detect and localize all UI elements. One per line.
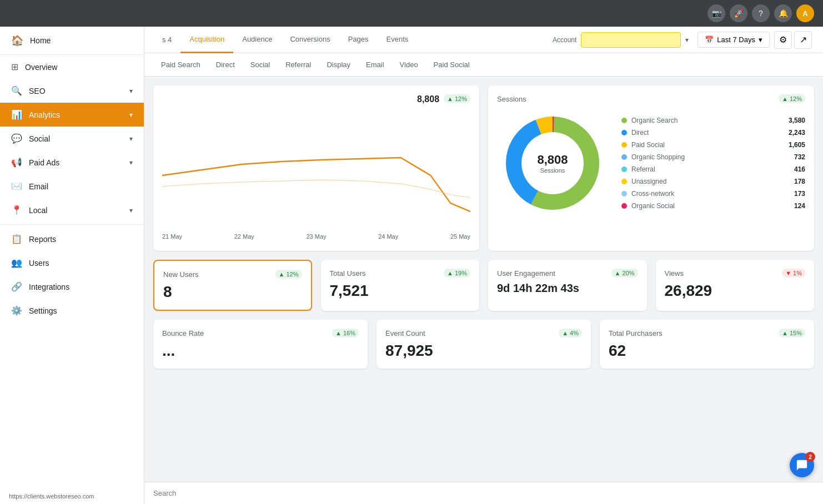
metrics-grid-top: New Users ▲ 12% 8 Total Users ▲ 19% 7,52… (153, 260, 814, 311)
rocket-icon[interactable]: 🚀 (730, 4, 747, 22)
sidebar-item-settings[interactable]: ⚙️ Settings (0, 299, 144, 322)
legend-label: Cross-network (631, 190, 794, 198)
camera-icon[interactable]: 📷 (707, 4, 725, 22)
metric-title: Views (665, 269, 684, 278)
sidebar-item-users[interactable]: 👥 Users (0, 251, 144, 275)
date-range-label: Last 7 Days (717, 36, 755, 44)
date-label: 22 May (234, 233, 254, 240)
chat-bubble-button[interactable]: 2 (790, 453, 814, 477)
sidebar-item-overview[interactable]: ⊞ Overview (0, 55, 144, 79)
metric-title: Event Count (385, 329, 425, 337)
legend-label: Direct (631, 129, 789, 137)
metric-header: Total Purchasers ▲ 15% (609, 329, 805, 337)
donut-center: 8,808 Sessions (537, 153, 568, 174)
metric-card-new-users: New Users ▲ 12% 8 (153, 260, 312, 311)
legend-item-organic-shopping: Organic Shopping 732 (621, 151, 805, 163)
share-button[interactable]: ↗ (794, 31, 812, 49)
email-icon: ✉️ (11, 181, 22, 191)
metric-header: Bounce Rate ▲ 16% (162, 329, 359, 337)
legend-value: 3,580 (789, 117, 805, 124)
legend-dot (621, 191, 627, 196)
sub-tab-direct[interactable]: Direct (208, 53, 243, 77)
avatar[interactable]: A (796, 4, 814, 22)
sessions-card-header: Sessions ▲ 12% (497, 94, 805, 103)
sub-tab-referral[interactable]: Referral (278, 53, 319, 77)
content-area: s 4 Acquisition Audience Conversions Pag… (144, 27, 823, 504)
donut-svg-container: 8,808 Sessions (497, 108, 608, 219)
metric-title: Total Purchasers (609, 329, 663, 337)
sidebar-item-paid-ads[interactable]: 📢 Paid Ads ▾ (0, 150, 144, 174)
breadcrumb-prefix: s 4 (153, 36, 180, 44)
tab-audience[interactable]: Audience (233, 27, 281, 53)
sidebar-item-analytics[interactable]: 📊 Analytics ▾ (0, 103, 144, 127)
ads-icon: 📢 (11, 157, 22, 168)
legend-dot (621, 142, 627, 148)
line-chart-card: 8,808 ▲ 12% 21 May 22 May (153, 85, 479, 251)
sidebar-item-home[interactable]: 🏠 Home (0, 27, 144, 55)
sub-tab-video[interactable]: Video (392, 53, 426, 77)
home-label: Home (30, 36, 51, 45)
legend-dot (621, 130, 627, 135)
sub-tab-email[interactable]: Email (358, 53, 392, 77)
sub-tab-display[interactable]: Display (319, 53, 358, 77)
donut-chart-area: 8,808 Sessions Organic Search 3,580 (497, 108, 805, 219)
metric-value: 87,925 (385, 342, 582, 360)
sessions-badge: ▲ 12% (779, 94, 805, 103)
main-layout: 🏠 Home ⊞ Overview 🔍 SEO ▾ 📊 Analytics ▾ … (0, 27, 823, 504)
tab-acquisition[interactable]: Acquisition (180, 27, 233, 53)
tab-conversions[interactable]: Conversions (281, 27, 339, 53)
line-chart-value: 8,808 (417, 94, 439, 104)
legend-dot (621, 118, 627, 123)
date-label: 24 May (378, 233, 398, 240)
donut-legend: Organic Search 3,580 Direct 2,243 Paid S… (621, 114, 805, 212)
chevron-down-icon: ▾ (129, 87, 133, 95)
legend-value: 178 (794, 178, 805, 185)
sub-tabs-row: Paid Search Direct Social Referral Displ… (144, 53, 823, 77)
metric-title: Total Users (330, 269, 366, 278)
metric-value: 8 (163, 283, 302, 301)
dashboard: 8,808 ▲ 12% 21 May 22 May (144, 77, 823, 482)
date-label: 21 May (162, 233, 182, 240)
sub-tab-paid-search[interactable]: Paid Search (153, 53, 208, 77)
legend-dot (621, 179, 627, 184)
tab-pages[interactable]: Pages (339, 27, 378, 53)
date-range-button[interactable]: 📅 Last 7 Days ▾ (697, 32, 770, 48)
sidebar-item-local[interactable]: 📍 Local ▾ (0, 198, 144, 222)
metric-badge: ▲ 16% (332, 329, 359, 337)
calendar-icon: 📅 (705, 36, 714, 44)
legend-item-organic-search: Organic Search 3,580 (621, 114, 805, 127)
legend-label: Paid Social (631, 141, 789, 149)
account-input[interactable] (581, 32, 681, 48)
filter-button[interactable]: ⚙ (774, 31, 792, 49)
users-icon: 👥 (11, 258, 22, 268)
reports-icon: 📋 (11, 234, 22, 244)
tab-events[interactable]: Events (378, 27, 418, 53)
legend-label: Unassigned (631, 178, 794, 185)
topbar: 📷 🚀 ? 🔔 A (0, 0, 823, 27)
account-selector: Account ▾ (553, 32, 689, 48)
metric-card-bounce-rate: Bounce Rate ▲ 16% ... (153, 320, 368, 369)
home-icon: 🏠 (11, 34, 23, 47)
metric-badge: ▲ 15% (779, 329, 805, 337)
social-icon: 💬 (11, 133, 22, 144)
account-chevron-icon[interactable]: ▾ (685, 36, 689, 44)
sub-tab-social[interactable]: Social (243, 53, 278, 77)
chevron-down-icon: ▾ (129, 111, 133, 119)
search-input[interactable] (153, 489, 264, 497)
legend-item-unassigned: Unassigned 178 (621, 175, 805, 188)
sub-tab-paid-social[interactable]: Paid Social (426, 53, 478, 77)
legend-value: 2,243 (789, 129, 805, 137)
legend-dot (621, 167, 627, 172)
metric-value: 9d 14h 22m 43s (497, 282, 638, 295)
sidebar-item-reports[interactable]: 📋 Reports (0, 227, 144, 251)
donut-center-value: 8,808 (537, 153, 568, 167)
sidebar-item-seo[interactable]: 🔍 SEO ▾ (0, 79, 144, 103)
sidebar-item-email[interactable]: ✉️ Email (0, 174, 144, 198)
legend-value: 416 (794, 165, 805, 173)
sidebar-item-integrations[interactable]: 🔗 Integrations (0, 275, 144, 299)
bell-icon[interactable]: 🔔 (774, 4, 792, 22)
sidebar-item-social[interactable]: 💬 Social ▾ (0, 127, 144, 150)
help-icon[interactable]: ? (752, 4, 770, 22)
legend-item-cross-network: Cross-network 173 (621, 188, 805, 200)
settings-icon: ⚙️ (11, 305, 22, 316)
